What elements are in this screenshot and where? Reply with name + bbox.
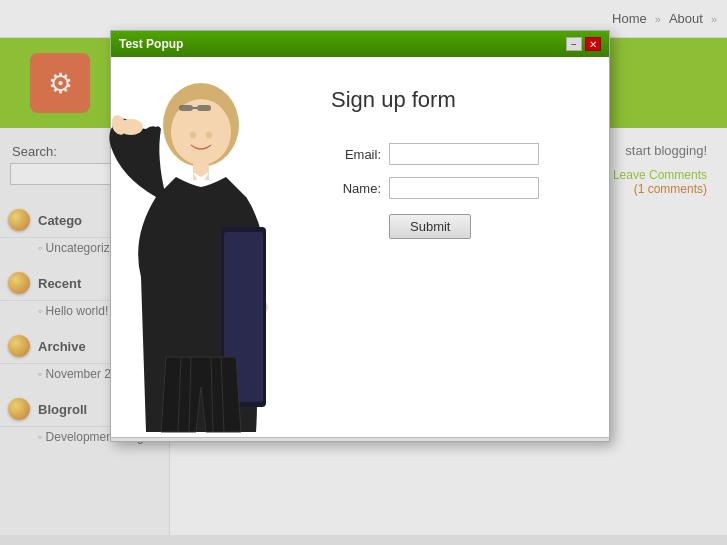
email-label: Email: xyxy=(331,147,381,162)
popup-body: Sign up form Email: Name: Submit xyxy=(111,57,609,437)
email-input[interactable] xyxy=(389,143,539,165)
popup-border-bottom xyxy=(111,437,609,441)
popup-close-button[interactable]: ✕ xyxy=(585,37,601,51)
popup-titlebar: Test Popup − ✕ xyxy=(111,31,609,57)
svg-rect-3 xyxy=(197,105,211,111)
name-row: Name: xyxy=(331,177,579,199)
svg-rect-2 xyxy=(179,105,193,111)
email-row: Email: xyxy=(331,143,579,165)
popup-title: Test Popup xyxy=(119,37,183,51)
submit-button[interactable]: Submit xyxy=(389,214,471,239)
popup-controls: − ✕ xyxy=(566,37,601,51)
popup-overlay: Test Popup − ✕ xyxy=(0,0,727,545)
popup-window: Test Popup − ✕ xyxy=(110,30,610,442)
svg-point-6 xyxy=(206,132,212,139)
name-input[interactable] xyxy=(389,177,539,199)
popup-form-area: Sign up form Email: Name: Submit xyxy=(311,57,609,437)
woman-illustration xyxy=(101,77,301,437)
svg-point-5 xyxy=(190,132,196,139)
submit-row: Submit xyxy=(389,214,579,239)
form-title: Sign up form xyxy=(331,87,579,113)
svg-point-10 xyxy=(119,119,143,135)
name-label: Name: xyxy=(331,181,381,196)
popup-minimize-button[interactable]: − xyxy=(566,37,582,51)
popup-image-area xyxy=(111,57,311,437)
